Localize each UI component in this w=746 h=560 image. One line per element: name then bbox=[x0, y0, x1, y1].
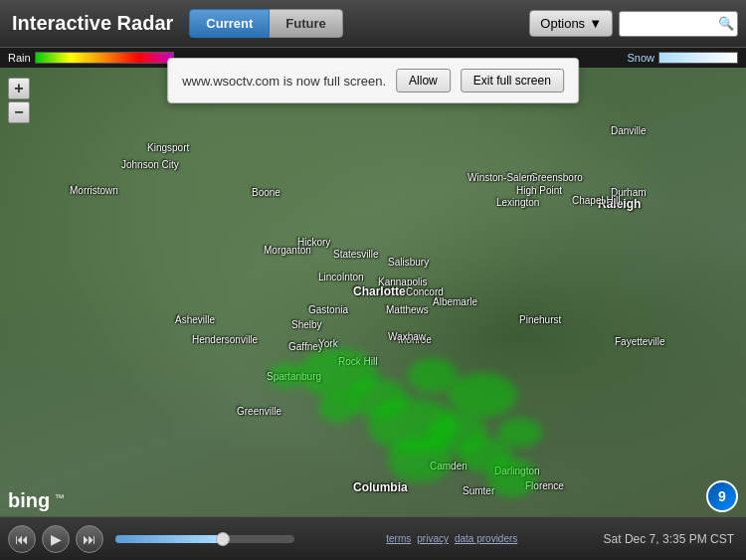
channel-number: 9 bbox=[718, 488, 726, 504]
options-label: Options bbox=[540, 16, 585, 31]
play-button[interactable]: ▶ bbox=[42, 525, 70, 553]
footer-link[interactable]: terms bbox=[386, 533, 411, 544]
bing-logo: bing ™ bbox=[8, 489, 65, 512]
radar-blob bbox=[448, 373, 517, 418]
search-icon[interactable]: 🔍 bbox=[718, 16, 734, 31]
city-label: Greensboro bbox=[530, 172, 583, 183]
rewind-button[interactable]: ⏮ bbox=[8, 525, 36, 553]
city-label: Gastonia bbox=[308, 304, 348, 315]
legend-snow-label: Snow bbox=[627, 52, 654, 64]
radar-blob bbox=[487, 458, 537, 497]
city-label: Albemarle bbox=[433, 296, 477, 307]
map-background: CharlotteRaleighGreensboroWinston-SalemC… bbox=[0, 68, 746, 516]
timeline-fill bbox=[115, 535, 223, 543]
city-label: Johnson City bbox=[121, 159, 179, 170]
options-button[interactable]: Options ▼ bbox=[529, 10, 613, 37]
city-label: Morristown bbox=[70, 185, 118, 196]
city-label: Statesville bbox=[333, 249, 379, 260]
fullscreen-popup: www.wsoctv.com is now full screen. Allow… bbox=[167, 58, 579, 103]
city-label: Lincolnton bbox=[318, 272, 364, 282]
popup-exit-button[interactable]: Exit full screen bbox=[461, 69, 564, 93]
zoom-controls: + − bbox=[8, 78, 30, 123]
timeline-bar[interactable] bbox=[115, 535, 294, 543]
city-label: Morganton bbox=[264, 245, 311, 256]
zoom-out-button[interactable]: − bbox=[8, 101, 30, 123]
radar-blob bbox=[269, 363, 303, 388]
app-title: Interactive Radar bbox=[0, 12, 185, 35]
city-label: Boone bbox=[252, 187, 280, 198]
map-area[interactable]: CharlotteRaleighGreensboroWinston-SalemC… bbox=[0, 68, 746, 516]
header: Interactive Radar Current Future Options… bbox=[0, 0, 746, 48]
timeline-thumb bbox=[216, 532, 230, 546]
city-label: Waxhaw bbox=[388, 331, 426, 342]
city-label: Shelby bbox=[291, 319, 322, 330]
tab-current[interactable]: Current bbox=[189, 9, 270, 38]
options-group: Options ▼ 🔍 bbox=[529, 10, 746, 37]
city-label: Danville bbox=[611, 125, 647, 136]
city-label: Chapel Hill bbox=[572, 195, 620, 206]
zoom-in-button[interactable]: + bbox=[8, 78, 30, 99]
chevron-down-icon: ▼ bbox=[589, 16, 602, 31]
city-label: Lexington bbox=[496, 197, 539, 208]
forward-button[interactable]: ⏭ bbox=[76, 525, 103, 553]
app: Interactive Radar Current Future Options… bbox=[0, 0, 746, 560]
bing-logo-text: bing bbox=[8, 489, 50, 511]
city-label: High Point bbox=[516, 185, 562, 196]
channel-logo: 9 bbox=[706, 480, 738, 512]
city-label: Asheville bbox=[175, 314, 215, 325]
city-label: Fayetteville bbox=[615, 336, 665, 347]
popup-allow-button[interactable]: Allow bbox=[396, 69, 451, 93]
city-label: Winston-Salem bbox=[467, 172, 535, 183]
city-label: Hendersonville bbox=[192, 334, 258, 345]
legend-snow-gradient bbox=[658, 52, 738, 64]
tab-group: Current Future bbox=[189, 9, 342, 38]
bottom-links: termsprivacydata providers bbox=[386, 533, 517, 544]
legend-rain-gradient bbox=[35, 52, 174, 64]
footer-link[interactable]: privacy bbox=[417, 533, 449, 544]
city-label: Matthews bbox=[386, 304, 429, 315]
tab-future[interactable]: Future bbox=[269, 9, 342, 38]
city-label: Kingsport bbox=[147, 142, 189, 153]
radar-blob bbox=[388, 438, 453, 482]
city-label: Salisbury bbox=[388, 257, 429, 268]
city-label: Greenville bbox=[237, 406, 281, 417]
legend-rain-label: Rain bbox=[8, 52, 31, 64]
playback-controls: ⏮ ▶ ⏭ bbox=[8, 525, 300, 553]
popup-message: www.wsoctv.com is now full screen. bbox=[182, 74, 386, 89]
radar-blob bbox=[318, 393, 358, 423]
footer-link[interactable]: data providers bbox=[455, 533, 517, 544]
search-wrap: 🔍 bbox=[619, 11, 738, 37]
bottom-bar: ⏮ ▶ ⏭ termsprivacydata providers Sat Dec… bbox=[0, 516, 746, 560]
radar-blob bbox=[497, 418, 542, 448]
datetime: Sat Dec 7, 3:35 PM CST bbox=[604, 532, 738, 546]
city-label: Pinehurst bbox=[519, 314, 561, 325]
city-label: Columbia bbox=[353, 480, 408, 494]
